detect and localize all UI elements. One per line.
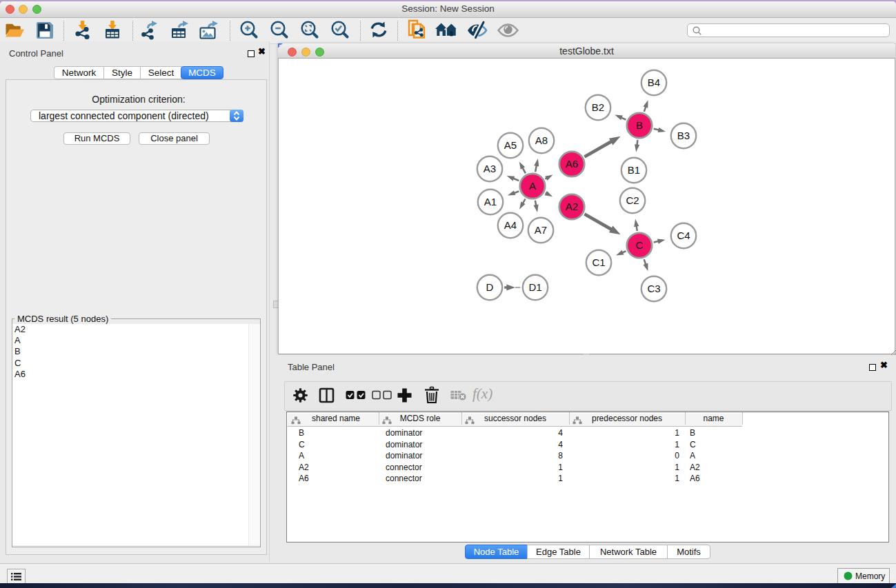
svg-text:C3: C3 — [647, 283, 660, 294]
svg-text:B2: B2 — [592, 101, 604, 113]
svg-text:A8: A8 — [535, 134, 548, 146]
svg-text:C2: C2 — [626, 194, 639, 206]
svg-text:D: D — [486, 281, 494, 293]
svg-text:A7: A7 — [535, 224, 547, 236]
svg-text:B1: B1 — [628, 164, 640, 176]
svg-text:A3: A3 — [484, 163, 496, 174]
svg-text:B: B — [636, 119, 643, 131]
svg-text:A6: A6 — [566, 158, 578, 170]
svg-text:C1: C1 — [592, 256, 605, 268]
svg-text:A5: A5 — [504, 139, 517, 151]
svg-text:C: C — [636, 239, 644, 251]
svg-text:B4: B4 — [648, 77, 660, 88]
svg-text:D1: D1 — [528, 281, 541, 293]
svg-text:A2: A2 — [566, 201, 578, 212]
svg-text:A: A — [529, 180, 536, 192]
svg-text:A1: A1 — [484, 196, 497, 207]
svg-text:C4: C4 — [677, 230, 690, 241]
svg-text:B3: B3 — [677, 130, 690, 141]
svg-text:A4: A4 — [504, 219, 517, 231]
